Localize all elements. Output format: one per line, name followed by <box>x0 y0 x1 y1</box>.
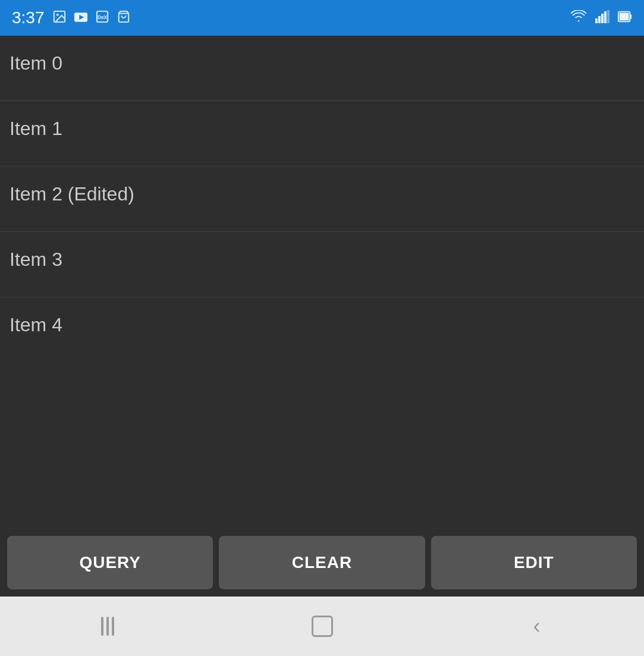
svg-point-1 <box>56 13 58 15</box>
nav-bar: ‹ <box>0 597 644 656</box>
list-item[interactable]: Item 1 <box>0 101 644 167</box>
recent-icon <box>101 617 114 636</box>
edit-button[interactable]: EDIT <box>431 536 637 589</box>
list-item[interactable]: Item 0 <box>0 36 644 101</box>
list-item[interactable]: Item 3 <box>0 232 644 297</box>
svg-text:DeX: DeX <box>97 14 107 20</box>
back-button[interactable]: ‹ <box>513 608 561 644</box>
svg-rect-14 <box>620 12 629 20</box>
clear-button[interactable]: CLEAR <box>219 536 425 589</box>
list-item[interactable]: Item 4 <box>0 297 644 529</box>
list-container: Item 0 Item 1 Item 2 (Edited) Item 3 Ite… <box>0 36 644 529</box>
gallery-icon <box>53 10 66 26</box>
svg-rect-10 <box>604 11 607 23</box>
query-button[interactable]: QUERY <box>7 536 213 589</box>
dex-icon: DeX <box>96 10 109 26</box>
youtube-icon <box>74 11 87 25</box>
home-icon <box>312 616 333 637</box>
svg-rect-7 <box>595 18 598 23</box>
wifi-icon <box>570 10 587 26</box>
signal-icon <box>595 10 610 26</box>
svg-rect-11 <box>607 10 610 23</box>
back-icon: ‹ <box>533 614 541 639</box>
recent-apps-button[interactable] <box>84 608 131 644</box>
button-bar: QUERY CLEAR EDIT <box>0 529 644 597</box>
svg-rect-13 <box>630 14 632 18</box>
status-time: 3:37 <box>12 8 45 27</box>
status-bar-left: 3:37 DeX <box>12 8 130 27</box>
home-button[interactable] <box>299 608 346 644</box>
svg-rect-9 <box>601 14 604 23</box>
battery-icon <box>618 10 632 26</box>
svg-rect-8 <box>598 16 601 23</box>
list-item[interactable]: Item 2 (Edited) <box>0 167 644 232</box>
status-bar: 3:37 DeX <box>0 0 644 36</box>
status-bar-right <box>570 10 632 26</box>
bag-icon <box>117 10 130 26</box>
